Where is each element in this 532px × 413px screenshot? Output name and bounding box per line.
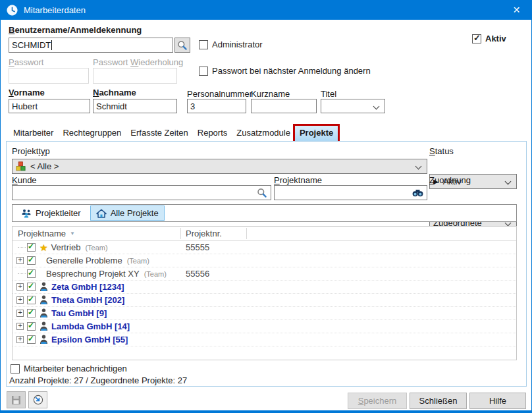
person-icon <box>40 335 48 344</box>
column-divider <box>180 228 181 239</box>
tree-row[interactable]: +Tau GmbH [9] <box>13 307 516 320</box>
nachname-label: Nachname <box>93 88 136 97</box>
kunde-input[interactable] <box>12 185 271 200</box>
subtab-projektleiter[interactable]: Projektleiter <box>16 206 86 221</box>
expand-plus-icon[interactable]: + <box>16 336 24 343</box>
clock-app-icon <box>7 5 18 16</box>
row-checkbox[interactable] <box>27 335 36 344</box>
row-checkbox[interactable] <box>27 256 36 265</box>
tree-row[interactable]: ★Vertrieb(Team)55555 <box>13 241 516 254</box>
help-button[interactable]: Hilfe <box>469 393 526 409</box>
password-repeat-input[interactable] <box>93 68 177 84</box>
password-change-label: Passwort bei nächster Anmeldung ändern <box>212 66 371 76</box>
project-view-subtabs: Projektleiter Alle Projekte <box>12 204 517 222</box>
expand-plus-icon[interactable]: + <box>16 323 24 330</box>
checkbox-box[interactable] <box>199 67 208 76</box>
projekte-tab-panel: Projekttyp < Alle > Status ▶ Aktiv Ku <box>6 141 527 387</box>
close-button[interactable]: Schließen <box>410 393 467 409</box>
expand-plus-icon[interactable]: + <box>16 296 24 304</box>
search-icon <box>177 40 188 51</box>
username-search-button[interactable] <box>174 38 190 53</box>
row-checkbox[interactable] <box>27 243 36 252</box>
aktiv-label: Aktiv <box>485 34 506 43</box>
vorname-label: Vorname <box>9 88 45 97</box>
project-name: Generelle Probleme <box>46 256 122 265</box>
binoculars-icon[interactable] <box>412 188 423 198</box>
tab-erfasste-zeiten[interactable]: Erfasste Zeiten <box>126 126 192 142</box>
password-change-checkbox[interactable]: Passwort bei nächster Anmeldung ändern <box>199 66 371 76</box>
tree-row[interactable]: +Epsilon GmbH [55] <box>13 333 516 346</box>
save-mini-button <box>7 391 26 408</box>
username-label: Benutzername/Anmeldekennung <box>9 25 142 35</box>
tree-row[interactable]: Besprechung Projekt XY(Team)55556 <box>13 267 516 281</box>
tree-line <box>18 273 26 274</box>
column-divider <box>246 228 247 239</box>
save-button: Speichern <box>348 393 407 409</box>
column-header-projektnr[interactable]: Projektnr. <box>186 229 222 238</box>
password-input[interactable] <box>9 68 89 84</box>
tab-projekte[interactable]: Projekte <box>295 126 338 142</box>
checkbox-box[interactable] <box>199 40 208 49</box>
window-title: Mitarbeiterdaten <box>24 5 86 15</box>
personalnummer-input[interactable]: 3 <box>187 99 246 113</box>
project-name: Lambda GmbH [14] <box>51 321 130 331</box>
notify-label: Mitarbeiter benachrichtigen <box>24 364 127 373</box>
checkbox-box[interactable] <box>472 34 481 43</box>
project-name: Besprechung Projekt XY <box>46 269 140 279</box>
project-count-summary: Anzahl Projekte: 27 / Zugeordnete Projek… <box>9 375 187 385</box>
tree-row[interactable]: +Lambda GmbH [14] <box>13 320 516 333</box>
tree-row[interactable]: +Zeta GmbH [1234] <box>13 281 516 294</box>
tab-rechtegruppen[interactable]: Rechtegruppen <box>58 126 126 142</box>
project-name: Vertrieb <box>51 242 81 252</box>
team-badge: (Team) <box>85 244 107 252</box>
expand-plus-icon[interactable]: + <box>16 283 24 290</box>
subtab-alle-projekte[interactable]: Alle Projekte <box>90 206 165 221</box>
administrator-checkbox[interactable]: Administrator <box>199 40 263 49</box>
team-badge: (Team) <box>127 257 149 265</box>
tab-zusatzmodule[interactable]: Zusatzmodule <box>232 126 295 142</box>
row-checkbox[interactable] <box>27 322 36 331</box>
password-label: Passwort <box>9 57 43 67</box>
team-badge: (Team) <box>144 270 167 278</box>
kurzname-input[interactable] <box>251 99 317 113</box>
titel-select[interactable] <box>321 99 385 113</box>
search-icon[interactable] <box>257 188 267 198</box>
tree-row[interactable]: +Generelle Probleme(Team) <box>13 254 516 267</box>
titel-label: Titel <box>321 89 336 99</box>
projekttyp-select[interactable]: < Alle > <box>12 159 427 174</box>
row-checkbox[interactable] <box>27 296 36 304</box>
kurzname-label: Kurzname <box>251 89 290 99</box>
project-number: 55556 <box>186 269 209 279</box>
mitarbeiterdaten-dialog: Mitarbeiterdaten ✕ Benutzername/Anmeldek… <box>0 0 532 413</box>
checkbox-box[interactable] <box>11 364 20 373</box>
chevron-down-icon <box>373 103 380 110</box>
nachname-input[interactable]: Schmidt <box>93 99 177 113</box>
expand-plus-icon[interactable]: + <box>16 310 24 317</box>
main-tabs: MitarbeiterRechtegruppenErfasste ZeitenR… <box>9 126 338 142</box>
projektname-input[interactable] <box>274 185 427 200</box>
person-icon <box>40 282 48 292</box>
tree-row[interactable]: +Theta GmbH [202] <box>13 294 516 307</box>
column-header-projektname[interactable]: Projektname▼ <box>18 229 75 238</box>
person-icon <box>40 321 48 331</box>
tab-mitarbeiter[interactable]: Mitarbeiter <box>9 126 58 142</box>
administrator-label: Administrator <box>212 40 263 49</box>
floppy-disk-icon <box>11 395 21 405</box>
aktiv-checkbox[interactable]: Aktiv <box>472 34 506 43</box>
tab-reports[interactable]: Reports <box>193 126 232 142</box>
chevron-down-icon <box>415 163 422 170</box>
goto-mini-button[interactable] <box>28 391 47 408</box>
vorname-input[interactable]: Hubert <box>9 99 90 113</box>
project-name: Theta GmbH [202] <box>51 295 124 305</box>
row-checkbox[interactable] <box>27 283 36 291</box>
username-input[interactable]: SCHMIDT <box>9 38 173 53</box>
chevron-down-icon <box>505 179 512 185</box>
person-icon <box>40 295 48 305</box>
row-checkbox[interactable] <box>27 309 36 317</box>
row-checkbox[interactable] <box>27 269 36 278</box>
project-name: Zeta GmbH [1234] <box>51 282 124 292</box>
password-repeat-label: Passwort Wiederholung <box>93 57 183 67</box>
close-icon[interactable]: ✕ <box>502 0 531 20</box>
notify-checkbox[interactable]: Mitarbeiter benachrichtigen <box>11 364 127 373</box>
expand-plus-icon[interactable]: + <box>16 257 24 264</box>
